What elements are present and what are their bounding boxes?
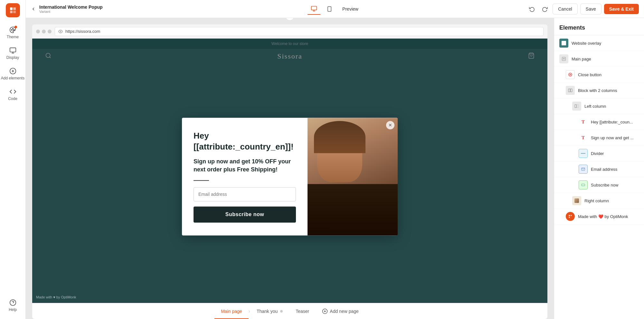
element-label-sign-up-now: Sign up now and get ... (591, 135, 634, 140)
sidebar-item-display[interactable]: Display (0, 43, 25, 64)
tab-add-new-page[interactable]: Add new page (316, 308, 365, 314)
page-icon (559, 54, 568, 63)
tab-thank-you[interactable]: Thank you (250, 303, 289, 319)
element-item-sign-up-now[interactable]: TSign up now and get ... (554, 130, 644, 146)
code-icon (9, 88, 16, 95)
svg-rect-42 (569, 217, 570, 218)
rightcol-icon (572, 196, 581, 205)
sidebar-item-theme[interactable]: Theme (0, 23, 25, 43)
email-icon (579, 165, 588, 174)
divider-icon (579, 149, 588, 158)
mobile-device-button[interactable] (323, 3, 336, 15)
help-icon (9, 299, 16, 306)
back-button[interactable] (31, 6, 36, 12)
element-item-website-overlay[interactable]: Website overlay (554, 35, 644, 51)
element-item-hey-attribute[interactable]: THey [[attribute:_coun... (554, 114, 644, 130)
display-icon (9, 47, 16, 54)
element-item-main-page[interactable]: Main page (554, 51, 644, 67)
cancel-button[interactable]: Cancel (553, 4, 578, 14)
popup-email-input[interactable] (194, 187, 296, 201)
svg-point-20 (60, 31, 61, 32)
svg-rect-15 (311, 6, 317, 10)
undo-button[interactable] (527, 4, 537, 14)
bottom-tabs: Main page › Thank you Teaser Add new pag… (32, 303, 547, 319)
sidebar-item-help[interactable]: Help (0, 295, 25, 316)
element-label-subscribe-now: Subscribe now (591, 183, 618, 187)
app-icon[interactable] (6, 3, 20, 17)
element-item-right-column[interactable]: Right column (554, 193, 644, 209)
element-label-close-button: Close button (578, 72, 601, 77)
svg-rect-7 (10, 48, 15, 52)
element-item-made-with-optimonk[interactable]: Made with ❤️ by OptiMonk (554, 209, 644, 224)
element-label-made-with-optimonk: Made with ❤️ by OptiMonk (578, 214, 628, 219)
eye-icon (58, 29, 63, 34)
leftcol-icon (572, 102, 581, 111)
preview-button[interactable]: Preview (338, 5, 362, 14)
tab-main-page[interactable]: Main page (214, 303, 248, 319)
website-preview: Welcome to our store Sissora (32, 39, 547, 303)
page-subtitle: Variant (39, 10, 103, 14)
right-panel: Elements Website overlayMain pageClose b… (554, 18, 644, 319)
close-icon (566, 70, 575, 79)
topbar-right: Cancel Save Save & Exit (335, 4, 639, 14)
popup-right-column: ✕ (308, 118, 398, 235)
element-label-block-2-columns: Block with 2 columns (578, 88, 617, 93)
element-label-email-address: Email address (591, 167, 617, 172)
topbar: International Welcome Popup Variant Prev… (26, 0, 644, 18)
sidebar-help-label: Help (9, 307, 17, 312)
svg-rect-35 (571, 89, 572, 92)
url-text: https://sissora.com (65, 29, 100, 34)
desktop-device-button[interactable] (308, 3, 320, 15)
svg-point-6 (14, 30, 14, 31)
save-exit-button[interactable]: Save & Exit (604, 4, 639, 14)
svg-rect-37 (577, 105, 579, 107)
left-sidebar: Theme Display Add elements (0, 0, 26, 319)
main-content: https://sissora.com Welcome to our store… (26, 18, 554, 319)
sidebar-item-add-elements[interactable]: Add elements (0, 64, 25, 84)
url-bar[interactable]: https://sissora.com (55, 27, 544, 36)
svg-rect-41 (571, 215, 572, 216)
save-button[interactable]: Save (580, 4, 601, 14)
element-item-divider[interactable]: Divider (554, 146, 644, 161)
element-item-block-2-columns[interactable]: Block with 2 columns (554, 83, 644, 98)
sidebar-add-elements-label: Add elements (1, 76, 24, 80)
elements-list: Website overlayMain pageClose buttonBloc… (554, 35, 644, 224)
tab-dot-1 (280, 310, 283, 313)
svg-rect-0 (10, 7, 13, 10)
topbar-left: International Welcome Popup Variant (31, 5, 335, 14)
popup-subscribe-button[interactable]: Subscribe now (194, 206, 296, 223)
element-label-main-page: Main page (572, 57, 591, 61)
sidebar-item-code[interactable]: Code (0, 84, 25, 105)
popup-title: Hey [[attribute:_country_en]]! (194, 131, 296, 152)
text-t-icon: T (579, 133, 588, 142)
text-t-icon: T (579, 117, 588, 126)
theme-icon (9, 26, 16, 33)
theme-badge (14, 26, 17, 28)
popup-subtitle: Sign up now and get 10% OFF your next or… (194, 158, 296, 174)
add-elements-icon (9, 68, 16, 75)
redo-button[interactable] (540, 4, 550, 14)
svg-rect-34 (568, 89, 570, 92)
svg-point-4 (11, 30, 12, 31)
element-item-left-column[interactable]: Left column (554, 98, 644, 114)
element-item-subscribe-now[interactable]: Subscribe now (554, 177, 644, 193)
svg-rect-40 (569, 215, 570, 216)
element-label-website-overlay: Website overlay (572, 41, 601, 46)
browser-bar: https://sissora.com (32, 24, 547, 39)
tab-teaser[interactable]: Teaser (289, 303, 316, 319)
element-label-left-column: Left column (584, 104, 606, 109)
page-title: International Welcome Popup (39, 5, 103, 10)
element-label-divider: Divider (591, 151, 604, 156)
sidebar-code-label: Code (8, 96, 17, 101)
svg-rect-3 (13, 11, 16, 13)
browser-dot-red (36, 30, 40, 33)
sidebar-theme-label: Theme (7, 35, 19, 39)
browser-window: https://sissora.com Welcome to our store… (32, 24, 547, 319)
element-item-email-address[interactable]: Email address (554, 161, 644, 177)
popup-close-button[interactable]: ✕ (386, 121, 394, 129)
element-item-close-button[interactable]: Close button (554, 67, 644, 83)
element-label-hey-attribute: Hey [[attribute:_coun... (591, 120, 633, 124)
subscribe-icon (579, 180, 588, 189)
svg-point-5 (12, 28, 13, 29)
svg-rect-1 (13, 7, 16, 10)
